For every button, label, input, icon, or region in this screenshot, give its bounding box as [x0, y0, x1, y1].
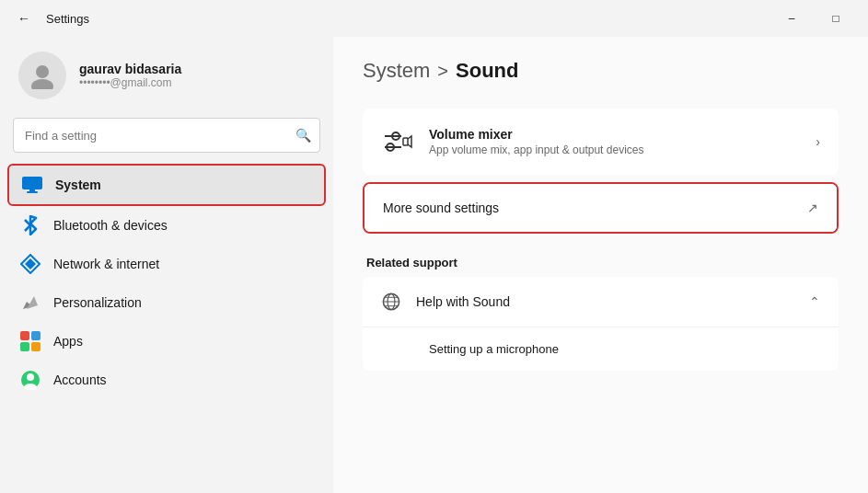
volume-mixer-text: Volume mixer App volume mix, app input &…	[429, 127, 801, 156]
svg-marker-6	[25, 258, 36, 269]
svg-rect-4	[27, 191, 38, 193]
user-info: gaurav bidasaria ••••••••@gmail.com	[79, 62, 181, 89]
sidebar-label-network: Network & internet	[53, 257, 159, 271]
svg-rect-8	[31, 331, 41, 340]
user-email: ••••••••@gmail.com	[79, 76, 181, 89]
titlebar: ← Settings – □	[0, 0, 868, 37]
volume-mixer-card: Volume mixer App volume mix, app input &…	[363, 109, 839, 175]
sidebar-item-bluetooth[interactable]: Bluetooth & devices	[7, 206, 326, 245]
main-layout: gaurav bidasaria ••••••••@gmail.com 🔍 Sy…	[0, 37, 868, 493]
sidebar: gaurav bidasaria ••••••••@gmail.com 🔍 Sy…	[0, 37, 333, 493]
help-globe-icon	[381, 292, 401, 312]
related-support-card: Help with Sound ⌃ Setting up a microphon…	[363, 277, 839, 371]
sidebar-label-personalization: Personalization	[53, 295, 142, 310]
minimize-button[interactable]: –	[770, 4, 813, 33]
nav-list: System Bluetooth & devices	[0, 164, 333, 399]
setting-up-microphone-row[interactable]: Setting up a microphone	[363, 327, 839, 371]
more-sound-settings-row[interactable]: More sound settings ↗	[365, 184, 837, 232]
sidebar-item-personalization[interactable]: Personalization	[7, 283, 326, 322]
sidebar-label-accounts: Accounts	[53, 373, 107, 387]
personalization-icon	[20, 292, 41, 313]
more-sound-settings-label: More sound settings	[383, 201, 807, 215]
volume-mixer-title: Volume mixer	[429, 127, 801, 142]
accounts-icon	[20, 370, 41, 390]
avatar	[18, 52, 66, 99]
sidebar-label-system: System	[55, 178, 101, 192]
volume-mixer-chevron: ›	[816, 134, 820, 149]
breadcrumb-current: Sound	[456, 59, 518, 83]
svg-point-12	[27, 373, 34, 381]
app-title: Settings	[46, 12, 89, 26]
sidebar-label-bluetooth: Bluetooth & devices	[53, 218, 168, 233]
window-controls: – □	[770, 4, 857, 33]
help-with-sound-row[interactable]: Help with Sound ⌃	[363, 277, 839, 327]
sidebar-item-network[interactable]: Network & internet	[7, 245, 326, 283]
svg-rect-2	[22, 177, 42, 189]
apps-icon	[20, 331, 41, 351]
help-chevron-up-icon: ⌃	[809, 294, 820, 309]
breadcrumb: System > Sound	[363, 59, 839, 83]
sidebar-item-system[interactable]: System	[7, 164, 326, 206]
search-input[interactable]	[13, 118, 320, 153]
svg-rect-10	[31, 342, 41, 351]
volume-mixer-icon	[381, 125, 414, 158]
more-sound-settings-card: More sound settings ↗	[363, 182, 839, 234]
back-button[interactable]: ←	[11, 6, 37, 31]
user-section: gaurav bidasaria ••••••••@gmail.com	[0, 37, 333, 118]
volume-mixer-row[interactable]: Volume mixer App volume mix, app input &…	[363, 109, 839, 175]
external-link-icon: ↗	[807, 201, 818, 215]
titlebar-left: ← Settings	[11, 6, 89, 31]
network-icon	[20, 254, 41, 274]
svg-rect-7	[20, 331, 29, 340]
svg-point-0	[36, 65, 49, 78]
content-area: System > Sound	[333, 37, 868, 493]
breadcrumb-parent: System	[363, 59, 430, 83]
bluetooth-icon	[20, 215, 41, 235]
svg-point-1	[31, 79, 53, 89]
user-name: gaurav bidasaria	[79, 62, 181, 76]
sidebar-item-apps[interactable]: Apps	[7, 322, 326, 361]
maximize-button[interactable]: □	[815, 4, 857, 33]
svg-rect-9	[20, 342, 29, 351]
search-container: 🔍	[13, 118, 320, 153]
help-with-sound-label: Help with Sound	[416, 294, 794, 309]
volume-mixer-desc: App volume mix, app input & output devic…	[429, 143, 801, 156]
monitor-icon	[22, 175, 42, 195]
sidebar-item-accounts[interactable]: Accounts	[7, 361, 326, 399]
breadcrumb-separator: >	[437, 61, 448, 82]
sidebar-label-apps: Apps	[53, 334, 83, 349]
related-support-heading: Related support	[363, 241, 839, 277]
svg-rect-18	[403, 138, 408, 145]
microphone-label: Setting up a microphone	[429, 342, 559, 356]
